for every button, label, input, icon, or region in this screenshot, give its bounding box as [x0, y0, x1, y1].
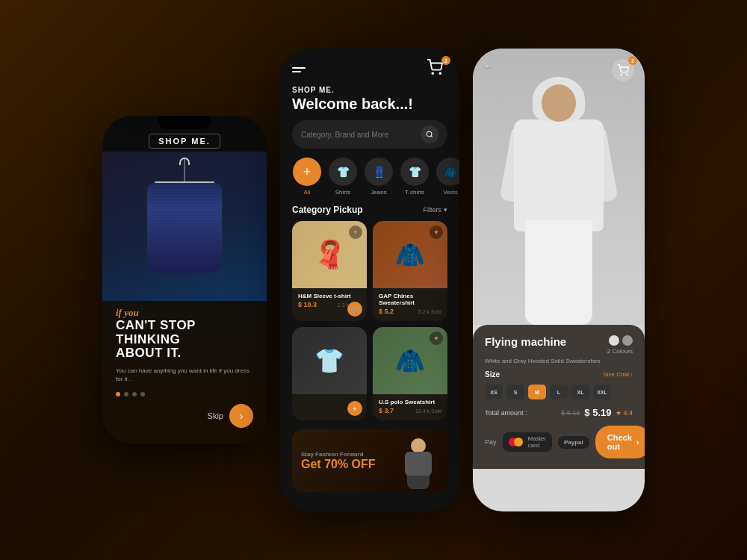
- section-header: Category Pickup Filters ▾: [280, 205, 459, 221]
- size-chat[interactable]: Size Chat ›: [603, 371, 633, 378]
- model-body: [495, 71, 622, 325]
- explore-subtitle: Stay Fashion Forward: [301, 451, 397, 458]
- phone-home: 2 SHOP ME. Welcome back...! + All 👕 Shir…: [280, 49, 459, 511]
- product-name-4: U.S polo Sweatshirt: [379, 399, 441, 405]
- total-prices: $ 6.13 $ 5.19 ★ 4.4: [561, 407, 633, 418]
- product-price-row-4: $ 3.7 13.4 k Sold: [379, 407, 441, 414]
- color-swatches: [609, 335, 633, 346]
- product-name-2: GAP Chines Sweatershirt: [379, 293, 441, 306]
- product-card-1[interactable]: 🧣 ♥ H&M Sleeve t-shirt $ 10.3 2.3 k Sold…: [292, 221, 367, 321]
- svg-point-3: [621, 74, 622, 75]
- wishlist-icon-4[interactable]: ♥: [430, 332, 443, 345]
- size-l[interactable]: L: [550, 385, 568, 399]
- sweater-texture: [147, 183, 222, 273]
- size-m[interactable]: M: [528, 385, 546, 399]
- skip-label[interactable]: Skip: [208, 411, 223, 420]
- size-xxl[interactable]: XXL: [593, 385, 611, 399]
- checkout-label: Check out: [607, 433, 632, 451]
- dot-2: [124, 392, 128, 396]
- cart-icon: [427, 59, 443, 75]
- product-info-4: U.S polo Sweatshirt $ 3.7 13.4 k Sold: [373, 394, 447, 420]
- phone-onboarding: SHOP ME. if you CAN'T STOP THINKING ABOU…: [102, 116, 267, 444]
- product-card-2[interactable]: 🧥 ♥ GAP Chines Sweatershirt $ 5.2 5.2 k …: [373, 221, 447, 321]
- paypal-option[interactable]: Paypal: [558, 436, 589, 449]
- menu-icon[interactable]: [292, 67, 306, 72]
- search-bar[interactable]: [292, 120, 447, 149]
- dot-1: [116, 392, 120, 396]
- cat-shirts[interactable]: 👕 Shirts: [328, 158, 358, 196]
- svg-point-1: [439, 72, 441, 74]
- star-icon: ★: [616, 409, 622, 417]
- category-tabs: + All 👕 Shirts 👖 Jeans 👕 T-shirts 🧥 Vest…: [280, 158, 459, 205]
- cat-all-icon: +: [293, 158, 321, 186]
- swatch-2[interactable]: [622, 335, 633, 346]
- figure-head: [411, 438, 426, 453]
- mc-orange-circle: [514, 438, 523, 447]
- cat-jeans[interactable]: 👖 Jeans: [364, 158, 394, 196]
- checkout-button[interactable]: Check out ›: [595, 426, 645, 458]
- cat-shirts-icon: 👕: [329, 158, 357, 186]
- cat-vests[interactable]: 🧥 Vests: [436, 158, 459, 196]
- rating: ★ 4.4: [616, 409, 633, 417]
- size-label: Size: [485, 370, 500, 379]
- wishlist-icon-2[interactable]: ♥: [430, 225, 443, 239]
- wishlist-icon-1[interactable]: ♥: [349, 225, 362, 239]
- brand-title: SHOP ME.: [280, 86, 459, 96]
- add-to-cart-3[interactable]: +: [347, 401, 362, 416]
- dot-4: [140, 392, 145, 396]
- cat-tshirts[interactable]: 👕 T-shirts: [400, 158, 430, 196]
- product-price-4: $ 3.7: [379, 407, 394, 414]
- figure-body: [405, 452, 432, 478]
- hanger-line: [185, 159, 185, 181]
- pagination-dots: [102, 388, 267, 401]
- mastercard-option[interactable]: Master card: [503, 432, 552, 452]
- tagline-area: if you CAN'T STOP THINKING ABOUT IT. You…: [102, 301, 267, 388]
- pd-top-row: Flying machine 2 Colours: [485, 335, 633, 355]
- svg-point-2: [427, 131, 432, 137]
- pay-label: Pay: [485, 438, 497, 446]
- sweater-area: [102, 152, 267, 301]
- pd-brand: Flying machine: [485, 335, 566, 348]
- mastercard-label: Master card: [528, 435, 546, 449]
- cat-tshirts-icon: 👕: [400, 158, 429, 186]
- size-xs[interactable]: XS: [485, 385, 503, 399]
- cart-icon-hero: [617, 64, 629, 76]
- hero-cart-badge: 2: [628, 56, 637, 65]
- cat-shirts-label: Shirts: [335, 189, 350, 196]
- product-card-4[interactable]: 🧥 ♥ U.S polo Sweatshirt $ 3.7 13.4 k Sol…: [373, 327, 447, 420]
- cat-all[interactable]: + All: [292, 158, 322, 196]
- filter-button[interactable]: Filters ▾: [424, 206, 448, 214]
- size-xl[interactable]: XL: [571, 385, 589, 399]
- cart-icon-wrap[interactable]: 2: [427, 59, 447, 80]
- cat-tshirts-label: T-shirts: [405, 189, 424, 196]
- price-old: $ 6.13: [561, 409, 580, 417]
- back-button[interactable]: ←: [483, 59, 495, 72]
- notch: [158, 116, 211, 129]
- hero-cart-icon[interactable]: 2: [612, 59, 634, 81]
- explore-text: Stay Fashion Forward Get 70% OFF: [301, 451, 397, 471]
- explore-banner: Stay Fashion Forward Get 70% OFF: [292, 429, 447, 492]
- product-card-3[interactable]: 👕 +: [292, 327, 367, 420]
- size-s[interactable]: S: [506, 385, 524, 399]
- cart-badge: 2: [441, 56, 450, 65]
- model-legs: [525, 220, 592, 325]
- total-row: Total amount : $ 6.13 $ 5.19 ★ 4.4: [485, 407, 633, 418]
- model-head: [542, 84, 576, 122]
- swatch-1[interactable]: [609, 335, 619, 346]
- search-icon: [426, 131, 433, 138]
- cat-jeans-label: Jeans: [371, 189, 386, 196]
- product-price-2: $ 5.2: [379, 308, 394, 315]
- color-count: 2 Colours: [607, 348, 633, 355]
- explore-offer: Get 70% OFF: [301, 458, 397, 471]
- color-section: 2 Colours: [607, 335, 633, 355]
- product-price-1: $ 10.3: [298, 301, 317, 308]
- search-input[interactable]: [301, 131, 421, 139]
- add-to-cart-1[interactable]: 🛒: [347, 302, 362, 317]
- next-button[interactable]: ›: [229, 404, 253, 428]
- cat-vests-icon: 🧥: [436, 158, 459, 186]
- bottom-nav: Skip ›: [102, 401, 267, 431]
- mastercard-icon: [509, 438, 523, 447]
- pay-row: Pay Master card Paypal Check out ›: [485, 426, 633, 458]
- search-icon-button[interactable]: [421, 125, 438, 143]
- chevron-down-icon: ▾: [444, 206, 447, 214]
